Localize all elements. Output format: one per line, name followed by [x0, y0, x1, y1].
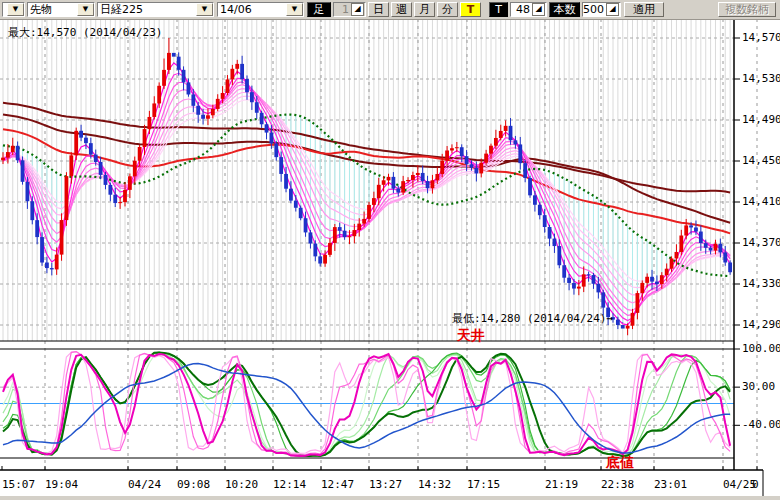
- multi-symbol-button[interactable]: 複数銘柄: [718, 2, 776, 17]
- symbol-select[interactable]: 日経225 ▼: [97, 2, 214, 17]
- price-axis-label: 14,330: [742, 277, 780, 290]
- chevron-down-icon[interactable]: ▼: [196, 3, 213, 16]
- spinner-icon[interactable]: ◢: [606, 3, 619, 16]
- chart-canvas[interactable]: [0, 0, 780, 500]
- time-axis-label: 0: [752, 478, 759, 491]
- instrument-value: 先物: [28, 3, 77, 16]
- max-price-annotation: 最大:14,570 (2014/04/23): [8, 25, 162, 40]
- price-axis-label: 14,570: [742, 31, 780, 44]
- time-axis-label: 09:08: [177, 478, 210, 491]
- period-button-minute[interactable]: 分: [437, 2, 458, 17]
- bottom-border-strip: [0, 496, 780, 500]
- price-axis-label: 14,530: [742, 72, 780, 85]
- toolbar: ▼ 先物 ▼ 日経225 ▼ 14/06 ▼ 足 1 ◢ 日 週 月 分 T T…: [0, 0, 780, 20]
- bars-label: 本数: [549, 2, 580, 17]
- spinner-icon[interactable]: ◢: [351, 3, 364, 16]
- time-axis-label: 12:14: [273, 478, 306, 491]
- instrument-select[interactable]: 先物 ▼: [27, 2, 95, 17]
- price-axis-label: 14,370: [742, 236, 780, 249]
- min-price-annotation: 最低:14,280 (2014/04/24)→: [452, 311, 613, 326]
- period-button-month[interactable]: 月: [414, 2, 435, 17]
- osc-axis-label: 100.00: [742, 342, 780, 355]
- period-button-day[interactable]: 日: [368, 2, 389, 17]
- symbol-value: 日経225: [98, 3, 196, 16]
- ashi-label: 足: [307, 2, 331, 17]
- time-axis-label: 15:07: [2, 478, 35, 491]
- time-axis-label: 13:27: [369, 478, 402, 491]
- osc-axis-label: 30.00: [742, 380, 775, 393]
- spinner-icon[interactable]: ◢: [532, 3, 545, 16]
- ceiling-annotation: 天井: [457, 327, 485, 345]
- bars-count-stepper[interactable]: 500 ◢: [582, 2, 621, 17]
- chevron-down-icon[interactable]: ▼: [7, 3, 24, 16]
- bottom-annotation: 底値: [606, 454, 634, 472]
- time-axis-label: 21:19: [545, 478, 578, 491]
- price-axis-label: 14,290: [742, 318, 780, 331]
- time-axis-label: 12:47: [321, 478, 354, 491]
- price-axis-label: 14,410: [742, 195, 780, 208]
- time-axis-label: 17:15: [467, 478, 500, 491]
- apply-button[interactable]: 適用: [624, 2, 664, 17]
- time-axis-label: 14:32: [418, 478, 451, 491]
- interval-stepper[interactable]: 1 ◢: [333, 2, 366, 17]
- interval-value: 1: [334, 3, 350, 16]
- chevron-down-icon[interactable]: ▼: [77, 3, 94, 16]
- bars-count-value: 500: [583, 3, 605, 16]
- price-axis-label: 14,490: [742, 113, 780, 126]
- chart-application-window: ▼ 先物 ▼ 日経225 ▼ 14/06 ▼ 足 1 ◢ 日 週 月 分 T T…: [0, 0, 780, 500]
- tick-label: T: [489, 2, 508, 17]
- price-axis-label: 14,450: [742, 154, 780, 167]
- tick-count-value: 48: [511, 3, 531, 16]
- time-axis-label: 04/24: [128, 478, 161, 491]
- contract-value: 14/06: [218, 3, 286, 16]
- time-axis-label: 23:01: [654, 478, 687, 491]
- time-axis-label: 19:04: [45, 478, 78, 491]
- mini-dropdown[interactable]: ▼: [2, 2, 25, 17]
- chevron-down-icon[interactable]: ▼: [286, 3, 303, 16]
- contract-month-select[interactable]: 14/06 ▼: [217, 2, 304, 17]
- period-button-tick-active[interactable]: T: [460, 2, 481, 17]
- time-axis-label: 10:20: [225, 478, 258, 491]
- period-button-week[interactable]: 週: [391, 2, 412, 17]
- tick-count-stepper[interactable]: 48 ◢: [510, 2, 547, 17]
- time-axis-label: 22:38: [601, 478, 634, 491]
- osc-axis-label: -40.00: [742, 418, 780, 431]
